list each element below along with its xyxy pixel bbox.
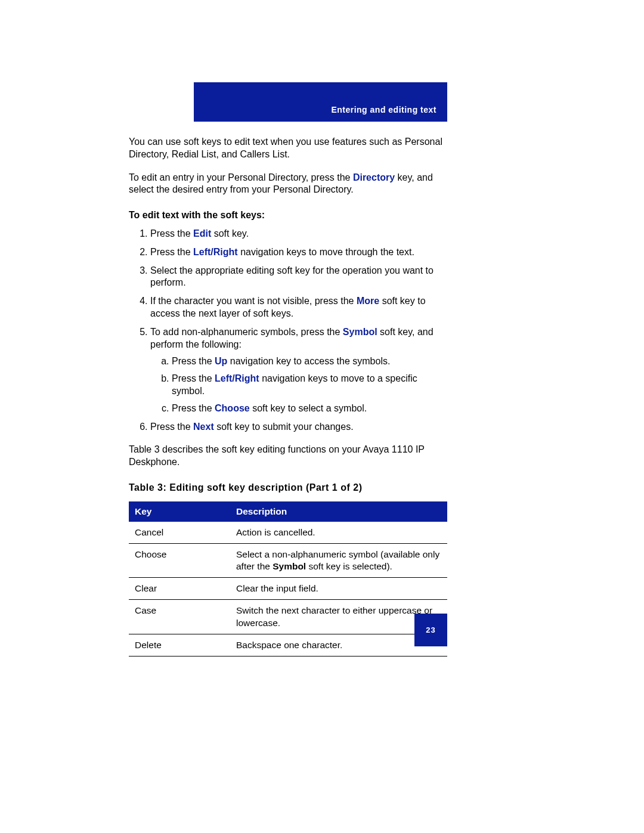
step-4: If the character you want is not visible… [150,295,447,320]
table-caption: Table 3: Editing soft key description (P… [129,482,447,494]
table-row: Choose Select a non-alphanumeric symbol … [129,544,447,578]
substep-c: Press the Choose soft key to select a sy… [172,402,447,415]
step-3: Select the appropriate editing soft key … [150,265,447,290]
page-number-box: 23 [414,614,447,646]
substep-a: Press the Up navigation key to access th… [172,355,447,368]
section-header-band: Entering and editing text [194,82,447,122]
substep-b: Press the Left/Right navigation keys to … [172,373,447,398]
up-key: Up [215,356,227,366]
steps-heading: To edit text with the soft keys: [129,209,447,222]
col-key: Key [129,501,230,522]
table-intro-paragraph: Table 3 describes the soft key editing f… [129,444,447,469]
table-row: Clear Clear the input field. [129,578,447,600]
left-right-key: Left/Right [193,247,238,257]
table-row: Delete Backspace one character. [129,634,447,656]
steps-list: Press the Edit soft key. Press the Left/… [129,228,447,433]
left-right-key-2: Left/Right [215,373,259,383]
col-description: Description [230,501,447,522]
directory-key: Directory [353,172,395,182]
symbol-key: Symbol [343,327,377,337]
page: Entering and editing text You can use so… [0,0,644,833]
intro-paragraph-1: You can use soft keys to edit text when … [129,136,447,161]
content-area: You can use soft keys to edit text when … [129,136,447,657]
table-row: Cancel Action is cancelled. [129,522,447,544]
table-header-row: Key Description [129,501,447,522]
page-number: 23 [426,625,435,634]
substeps-list: Press the Up navigation key to access th… [150,355,447,414]
step-1: Press the Edit soft key. [150,228,447,240]
edit-key: Edit [193,228,211,239]
step-6: Press the Next soft key to submit your c… [150,421,447,433]
choose-key: Choose [215,403,250,413]
intro-paragraph-2: To edit an entry in your Personal Direct… [129,172,447,197]
step-5: To add non-alphanumeric symbols, press t… [150,326,447,415]
next-key: Next [193,422,214,432]
section-title: Entering and editing text [331,105,436,114]
table-row: Case Switch the next character to either… [129,600,447,634]
step-2: Press the Left/Right navigation keys to … [150,246,447,259]
more-key: More [357,296,379,306]
softkey-table: Key Description Cancel Action is cancell… [129,501,447,657]
